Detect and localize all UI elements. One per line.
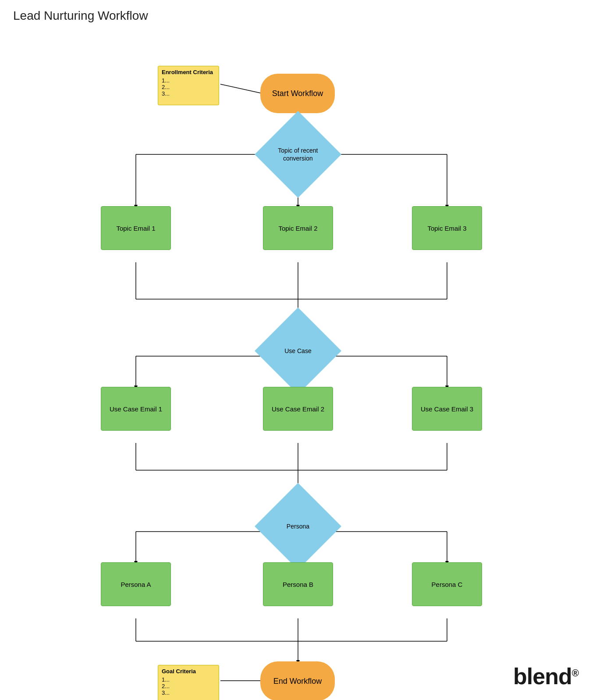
page-title: Lead Nurturing Workflow bbox=[0, 0, 596, 27]
topic-email-1-node: Topic Email 1 bbox=[101, 206, 171, 250]
end-workflow-node: End Workflow bbox=[260, 661, 335, 700]
use-case-email-2-node: Use Case Email 2 bbox=[263, 387, 333, 431]
enrollment-note: Enrollment Criteria 1... 2... 3... bbox=[158, 66, 219, 105]
diamond-use-case: Use Case bbox=[255, 307, 341, 394]
brand-logo: blend® bbox=[513, 663, 578, 689]
diamond-persona: Persona bbox=[255, 483, 341, 570]
persona-a-node: Persona A bbox=[101, 562, 171, 606]
start-workflow-node: Start Workflow bbox=[260, 74, 335, 113]
diamond-topic: Topic of recent conversion bbox=[255, 111, 341, 198]
topic-email-2-node: Topic Email 2 bbox=[263, 206, 333, 250]
goal-note: Goal Criteria 1... 2... 3... bbox=[158, 665, 219, 700]
topic-email-3-node: Topic Email 3 bbox=[412, 206, 482, 250]
use-case-email-3-node: Use Case Email 3 bbox=[412, 387, 482, 431]
persona-b-node: Persona B bbox=[263, 562, 333, 606]
diagram: Start Workflow Enrollment Criteria 1... … bbox=[0, 27, 596, 700]
persona-c-node: Persona C bbox=[412, 562, 482, 606]
use-case-email-1-node: Use Case Email 1 bbox=[101, 387, 171, 431]
svg-line-47 bbox=[220, 84, 260, 93]
